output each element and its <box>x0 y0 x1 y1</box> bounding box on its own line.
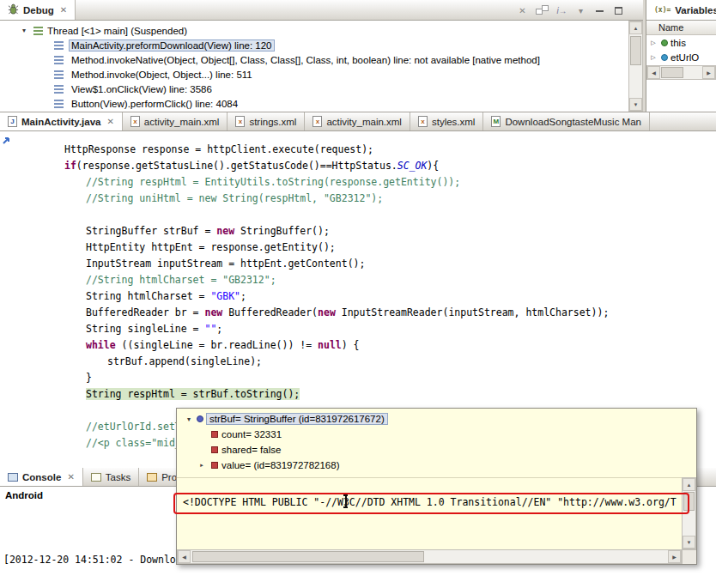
thread-row[interactable]: Thread [<1> main] (Suspended) <box>0 23 628 38</box>
windows-icon[interactable] <box>536 5 549 15</box>
popup-hscrollbar[interactable]: ◀ ▶ <box>177 549 682 564</box>
chevron-down-icon[interactable] <box>184 415 194 423</box>
scroll-track[interactable] <box>191 550 668 563</box>
editor-tab[interactable]: x strings.xml <box>228 112 305 130</box>
code-line[interactable]: //String htmlCharset = "GB2312"; <box>21 272 716 288</box>
editor-tab[interactable]: x activity_main.xml <box>305 112 410 130</box>
code-line[interactable] <box>21 207 716 223</box>
close-icon[interactable]: ✕ <box>106 117 113 126</box>
scroll-left-icon[interactable]: ◀ <box>647 66 660 79</box>
stack-frame-icon <box>53 55 64 64</box>
stack-frame-row[interactable]: Method.invokeNative(Object, Object[], Cl… <box>0 52 628 67</box>
code-line[interactable]: BufferedReader br = new BufferedReader(n… <box>21 305 716 321</box>
file-icon: x <box>418 116 428 127</box>
console-tab[interactable]: Tasks <box>83 468 139 486</box>
scroll-left-icon[interactable]: ◀ <box>178 550 191 563</box>
variable-row[interactable]: etUrlO <box>646 50 716 64</box>
scroll-track[interactable] <box>660 66 702 79</box>
file-icon: J <box>8 116 17 127</box>
popup-field-label: count= 32331 <box>221 429 282 439</box>
variables-hscrollbar[interactable]: ◀ ▶ <box>646 65 716 80</box>
scroll-thumb[interactable] <box>630 36 641 65</box>
stack-frame-label: Button(View).performClick() line: 4084 <box>69 98 240 110</box>
variable-icon <box>197 415 203 422</box>
scroll-down-icon[interactable]: ▼ <box>629 98 642 111</box>
console-title: Android <box>5 490 43 500</box>
code-line[interactable]: } <box>21 370 716 386</box>
code-line[interactable]: strBuf.append(singleLine); <box>21 354 716 370</box>
chevron-right-icon[interactable]: ▸ <box>196 462 208 469</box>
debug-stack-tree: Thread [<1> main] (Suspended) MainActivi… <box>0 21 628 112</box>
console-tab-icon <box>91 473 101 482</box>
editor-tab[interactable]: J MainActivity.java ✕ <box>0 112 123 130</box>
stack-frame-row[interactable]: View$1.onClick(View) line: 3586 <box>0 82 628 96</box>
code-line[interactable]: String singleLine = ""; <box>21 321 716 337</box>
popup-root-row[interactable]: strBuf= StringBuffer (id=831972617672) <box>177 411 696 427</box>
scroll-up-icon[interactable]: ▲ <box>629 21 642 34</box>
code-line[interactable]: String respHtml = strBuf.toString(); <box>21 386 716 403</box>
stack-frame-row[interactable]: Button(View).performClick() line: 4084 <box>0 96 628 111</box>
scroll-down-icon[interactable]: ▼ <box>683 536 695 549</box>
view-menu-chevron-icon[interactable]: ▾ <box>575 3 586 17</box>
popup-field-row[interactable]: ▸ value= (id=831972782168) <box>177 458 696 473</box>
scroll-thumb[interactable] <box>661 67 683 78</box>
scroll-thumb[interactable] <box>192 551 424 562</box>
scroll-up-icon[interactable]: ▲ <box>683 478 695 491</box>
remove-terminated-icon[interactable]: ✕ <box>517 3 528 17</box>
variable-row[interactable]: this <box>646 35 716 50</box>
stack-frame-row[interactable]: MainActivity.preformDownload(View) line:… <box>0 38 628 52</box>
scroll-right-icon[interactable]: ▶ <box>702 66 715 79</box>
code-line[interactable]: StringBuffer strBuf = new StringBuffer()… <box>21 223 716 239</box>
close-icon[interactable]: ✕ <box>60 5 67 15</box>
file-icon: x <box>312 116 322 127</box>
code-line[interactable]: //String uniHtml = new String(respHtml, … <box>21 191 716 207</box>
editor-tab[interactable]: x activity_main.xml <box>123 112 228 130</box>
chevron-right-icon[interactable] <box>648 39 658 46</box>
popup-tree: strBuf= StringBuffer (id=831972617672) c… <box>177 409 696 476</box>
popup-field-row[interactable]: count= 32331 <box>177 427 696 442</box>
stack-frame-row[interactable]: Method.invoke(Object, Object...) line: 5… <box>0 67 628 82</box>
maximize-icon[interactable] <box>613 3 624 17</box>
eclipse-window: Debug ✕ ✕ i→ ▾ Thread [<1> main] (Suspen… <box>0 0 716 588</box>
scroll-right-icon[interactable]: ▶ <box>668 550 681 563</box>
code-line[interactable]: while ((singleLine = br.readLine()) != n… <box>21 337 716 354</box>
tab-debug[interactable]: Debug ✕ <box>0 0 76 20</box>
variable-inspect-popup: strBuf= StringBuffer (id=831972617672) c… <box>176 408 697 565</box>
chevron-down-icon[interactable] <box>19 27 29 34</box>
stack-frame-label: MainActivity.preformDownload(View) line:… <box>69 39 275 52</box>
code-line[interactable]: HttpResponse response = httpClient.execu… <box>21 142 716 158</box>
variable-name: etUrlO <box>670 52 699 63</box>
debug-toolbar: ✕ i→ ▾ <box>517 3 624 18</box>
code-line[interactable]: if(response.getStatusLine().getStatusCod… <box>21 158 716 174</box>
debug-vscrollbar[interactable]: ▲ ▼ <box>628 21 643 112</box>
editor-tab[interactable]: M DownloadSongtasteMusic Man <box>483 112 650 130</box>
variables-name-header[interactable]: Name <box>646 21 716 35</box>
code-line[interactable]: //String respHtml = EntityUtils.toString… <box>21 174 716 191</box>
minimize-icon[interactable] <box>594 3 605 17</box>
console-tab[interactable]: Console ✕ <box>0 468 83 486</box>
popup-field-row[interactable]: shared= false <box>177 442 696 458</box>
thread-label: Thread [<1> main] (Suspended) <box>47 26 187 36</box>
console-tab-icon <box>8 473 18 482</box>
editor-tab-label: MainActivity.java <box>21 117 100 127</box>
code-line[interactable]: String htmlCharset = "GBK"; <box>21 288 716 305</box>
scroll-track[interactable] <box>629 34 642 98</box>
debug-bug-icon <box>8 3 19 16</box>
editor-tab[interactable]: x styles.xml <box>410 112 483 130</box>
variables-tabrow: (x)= Variables <box>646 0 716 21</box>
file-icon: M <box>491 116 501 127</box>
stack-frame-icon <box>53 99 64 108</box>
editor-tab-label: DownloadSongtasteMusic Man <box>505 117 641 127</box>
editor-tabrow: J MainActivity.java ✕ x activity_main.xm… <box>0 112 716 131</box>
code-line[interactable]: HttpEntity httpEnt = response.getEntity(… <box>21 239 716 256</box>
close-icon[interactable]: ✕ <box>67 472 74 482</box>
i-arrow-icon[interactable]: i→ <box>556 3 567 17</box>
variable-icon <box>661 54 668 61</box>
tab-variables[interactable]: (x)= Variables <box>646 0 716 20</box>
code-line[interactable]: InputStream inputStream = httpEnt.getCon… <box>21 256 716 272</box>
chevron-right-icon[interactable] <box>648 53 658 61</box>
variables-view: (x)= Variables Name this etUrlO ◀ <box>646 0 716 112</box>
stack-frame-label: View$1.onClick(View) line: 3586 <box>69 83 215 95</box>
editor-tab-label: activity_main.xml <box>144 117 220 127</box>
file-icon: x <box>235 116 245 127</box>
